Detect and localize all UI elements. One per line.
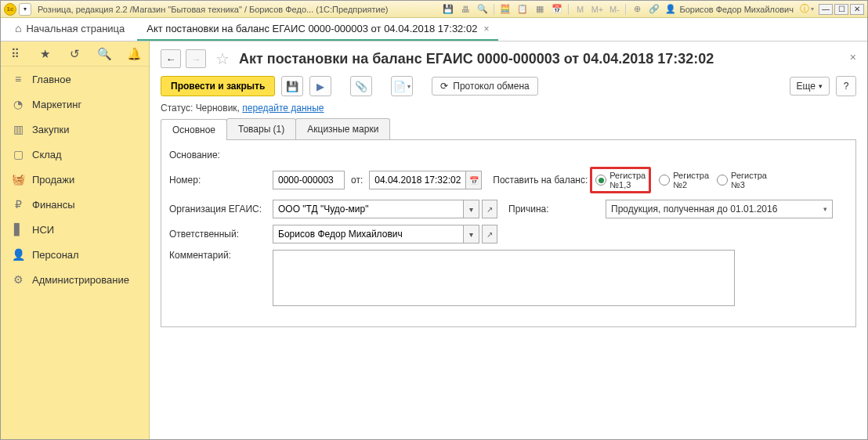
radio-register-1-3[interactable]: Регистра №1,3 [595, 171, 646, 189]
date-input[interactable] [369, 171, 466, 189]
radio-label: Регистра №1,3 [609, 171, 646, 189]
zoom-icon[interactable]: ⊕ [631, 3, 643, 16]
close-window-button[interactable]: ✕ [850, 4, 864, 15]
sidebar-item-purchases[interactable]: ▥Закупки [1, 117, 149, 142]
tab-main[interactable]: Основное [161, 119, 227, 140]
sidebar-item-nsi[interactable]: ▋НСИ [1, 217, 149, 242]
help-button[interactable]: ? [836, 76, 856, 96]
grid-icon[interactable]: ▦ [533, 3, 546, 16]
save-icon[interactable]: 💾 [442, 3, 454, 16]
sidebar-item-label: Персонал [32, 249, 79, 261]
status-row: Статус: Черновик, передайте данные [161, 103, 856, 114]
favorite-star-icon[interactable]: ☆ [215, 49, 230, 68]
radio-label: Регистра №2 [673, 171, 709, 189]
maximize-button[interactable]: ☐ [834, 4, 848, 15]
comment-textarea[interactable] [273, 250, 735, 306]
menu-icon: ≡ [10, 73, 26, 85]
m-plus-icon[interactable]: M+ [591, 3, 603, 16]
org-input[interactable] [273, 200, 464, 218]
window-title: Розница, редакция 2.2 /Магазин "Бытовая … [38, 5, 388, 14]
chevron-down-icon: ▾ [823, 205, 827, 213]
date-picker-button[interactable]: 📅 [466, 171, 482, 189]
basket-icon: 🧺 [10, 173, 26, 186]
title-toolbar: 💾 🖶 🔍 🧮 📋 ▦ 📅 M M+ M- ⊕ 🔗 [442, 3, 660, 16]
reason-value: Продукция, полученная до 01.01.2016 [611, 204, 777, 215]
resp-input[interactable] [273, 225, 464, 243]
barcode-icon: ▥ [10, 123, 26, 135]
m-icon[interactable]: M [573, 3, 586, 16]
exchange-protocol-button[interactable]: ⟳ Протокол обмена [432, 77, 537, 96]
radio-dot-icon [717, 175, 728, 186]
bell-icon[interactable]: 🔔 [126, 47, 142, 61]
sidebar-item-main[interactable]: ≡Главное [1, 67, 149, 92]
sidebar-item-admin[interactable]: ⚙Администрирование [1, 267, 149, 292]
nav-back-button[interactable]: ← [161, 49, 181, 68]
status-label: Статус: [161, 103, 193, 114]
page-title: Акт постановки на баланс ЕГАИС 0000-0000… [239, 51, 714, 67]
create-from-button[interactable]: 📄 [391, 76, 413, 96]
preview-icon[interactable]: 🔍 [476, 3, 489, 16]
tab-excise[interactable]: Акцизные марки [295, 118, 390, 139]
number-input[interactable] [273, 171, 345, 189]
status-link[interactable]: передайте данные [242, 103, 324, 114]
m-minus-icon[interactable]: M- [608, 3, 620, 16]
org-dropdown-button[interactable]: ▾ [464, 200, 479, 218]
clipboard-icon[interactable]: 📋 [516, 3, 529, 16]
sidebar-item-label: НСИ [32, 224, 54, 236]
calc-icon[interactable]: 🧮 [499, 3, 512, 16]
radio-register-3[interactable]: Регистра №3 [717, 171, 767, 189]
tab-document[interactable]: Акт постановки на баланс ЕГАИС 0000-0000… [137, 18, 498, 41]
pie-icon: ◔ [10, 98, 26, 110]
app-menu-dropdown[interactable]: ▾ [19, 3, 31, 16]
org-label: Организация ЕГАИС: [169, 204, 273, 215]
resp-label: Ответственный: [169, 229, 273, 240]
save-button[interactable]: 💾 [281, 76, 303, 96]
sidebar: ⠿ ★ ↺ 🔍 🔔 ≡Главное ◔Маркетинг ▥Закупки ▢… [1, 41, 150, 439]
tab-goods[interactable]: Товары (1) [226, 118, 296, 139]
apps-icon[interactable]: ⠿ [8, 47, 24, 61]
minimize-button[interactable]: — [819, 4, 833, 15]
post-button[interactable]: ▶ [309, 76, 331, 96]
tab-strip: ⌂ Начальная страница Акт постановки на б… [1, 18, 867, 41]
resp-open-button[interactable]: ↗ [482, 225, 497, 243]
tab-close-icon[interactable]: × [483, 23, 489, 34]
sidebar-item-label: Маркетинг [32, 99, 81, 110]
sidebar-item-label: Финансы [32, 199, 75, 211]
register-radio-group: Регистра №1,3 Регистра №2 Регистра №3 [590, 167, 767, 193]
print-icon[interactable]: 🖶 [459, 3, 472, 16]
reason-select[interactable]: Продукция, полученная до 01.01.2016 ▾ [606, 200, 833, 218]
from-label: от: [351, 175, 363, 186]
info-icon[interactable]: ⓘ [798, 2, 811, 16]
more-label: Еще [797, 81, 816, 92]
resp-dropdown-button[interactable]: ▾ [464, 225, 479, 243]
search-icon[interactable]: 🔍 [96, 47, 112, 61]
close-page-button[interactable]: × [850, 51, 856, 63]
sidebar-item-personnel[interactable]: 👤Персонал [1, 242, 149, 267]
reason-label: Причина: [508, 204, 606, 215]
sidebar-tools: ⠿ ★ ↺ 🔍 🔔 [1, 41, 149, 67]
sidebar-item-sales[interactable]: 🧺Продажи [1, 167, 149, 192]
star-icon[interactable]: ★ [38, 47, 53, 61]
radio-register-2[interactable]: Регистра №2 [659, 171, 709, 189]
link-icon[interactable]: 🔗 [648, 3, 660, 16]
number-label: Номер: [169, 175, 273, 186]
inner-tabs: Основное Товары (1) Акцизные марки [161, 118, 856, 140]
sidebar-item-marketing[interactable]: ◔Маркетинг [1, 92, 149, 117]
history-icon[interactable]: ↺ [67, 47, 82, 61]
radio-dot-icon [595, 175, 606, 186]
comment-label: Комментарий: [169, 250, 273, 261]
nav-forward-button[interactable]: → [186, 49, 206, 68]
more-button[interactable]: Еще ▾ [790, 77, 830, 96]
info-dd[interactable]: ▾ [811, 5, 814, 13]
basis-label: Основание: [169, 150, 273, 160]
sidebar-item-finance[interactable]: ₽Финансы [1, 192, 149, 217]
user-box[interactable]: 👤 Борисов Федор Михайлович [665, 4, 794, 14]
attach-button[interactable]: 📎 [350, 76, 372, 96]
highlight-register-1-3: Регистра №1,3 [590, 167, 651, 193]
sidebar-item-warehouse[interactable]: ▢Склад [1, 142, 149, 167]
calendar-icon[interactable]: 📅 [551, 3, 563, 16]
org-open-button[interactable]: ↗ [482, 200, 497, 218]
submit-close-button[interactable]: Провести и закрыть [161, 76, 275, 96]
user-icon: 👤 [665, 4, 676, 14]
tab-home[interactable]: ⌂ Начальная страница [5, 17, 134, 41]
